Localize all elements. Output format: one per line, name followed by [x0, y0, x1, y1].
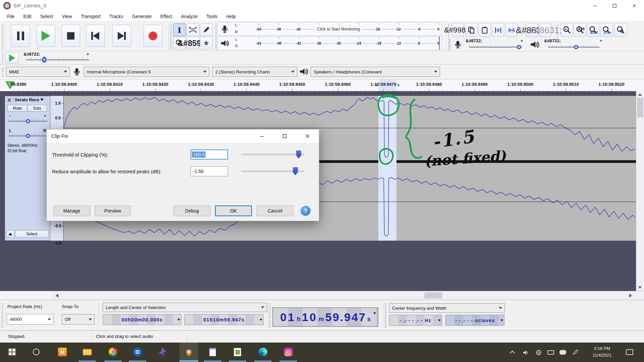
taskbar-app-notepad[interactable]	[208, 347, 217, 357]
dialog-minimize-button[interactable]	[255, 131, 269, 141]
taskbar-app-instagram[interactable]	[284, 347, 293, 357]
taskbar-app-explorer[interactable]	[83, 347, 92, 357]
menu-help[interactable]: Help	[222, 14, 240, 19]
dialog-close-button[interactable]	[301, 131, 314, 141]
reduce-slider-thumb[interactable]	[293, 167, 298, 175]
track-collapse-button[interactable]	[6, 230, 14, 238]
selection-end-field[interactable]: 01h10m59.947s	[184, 314, 264, 325]
tray-keyboard-icon[interactable]	[547, 350, 554, 355]
playback-volume-slider[interactable]	[548, 44, 600, 50]
audio-position-display[interactable]: 01h 10m 59.947s	[272, 307, 378, 327]
spectral-mode-dropdown[interactable]: Center frequency and Width	[389, 303, 505, 313]
timeshift-tool-button[interactable]: &#8596;	[186, 37, 199, 50]
envelope-tool-button[interactable]	[186, 23, 199, 36]
taskbar-clock[interactable]: 3:16 PM 11/4/2021	[584, 345, 621, 359]
close-button[interactable]	[624, 0, 644, 11]
menu-transport[interactable]: Transport	[76, 14, 105, 19]
scroll-up-icon[interactable]	[638, 93, 642, 96]
project-rate-dropdown[interactable]: 48000	[7, 314, 54, 324]
cancel-button[interactable]: Cancel	[257, 205, 293, 216]
preview-button[interactable]: Preview	[95, 205, 131, 216]
start-button[interactable]	[7, 347, 17, 357]
tray-network-icon[interactable]	[535, 349, 542, 357]
zoom-toggle-button[interactable]	[614, 23, 627, 37]
pan-thumb[interactable]	[26, 134, 30, 138]
multi-tool-button[interactable]: *	[200, 37, 213, 50]
vertical-scroll-thumb[interactable]	[637, 98, 643, 117]
spectral-width-field[interactable]: - - .- - -octaves	[445, 315, 504, 326]
manage-button[interactable]: Manage	[53, 205, 90, 216]
skip-to-end-button[interactable]	[112, 25, 131, 47]
pause-button[interactable]	[11, 25, 30, 47]
play-speed-thumb[interactable]	[42, 57, 46, 63]
menu-generate[interactable]: Generate	[128, 14, 156, 19]
field-dropdown-icon[interactable]	[373, 312, 376, 314]
selection-tool-button[interactable]: I	[173, 23, 186, 36]
field-dropdown-icon[interactable]	[438, 319, 441, 321]
spectral-frequency-field[interactable]: - ,- - - .- -Hz	[389, 315, 442, 326]
scroll-left-icon[interactable]	[56, 294, 58, 298]
threshold-slider[interactable]	[241, 150, 305, 159]
taskbar-app-libreoffice[interactable]	[233, 347, 242, 357]
playback-volume-thumb[interactable]	[574, 45, 578, 49]
horizontal-scroll-thumb[interactable]	[425, 293, 442, 298]
tray-volume-icon[interactable]	[523, 349, 529, 357]
monitor-text[interactable]: Click to Start Monitoring	[315, 26, 362, 32]
menu-tools[interactable]: Tools	[202, 14, 222, 19]
zoom-out-button[interactable]: &#8722;	[574, 23, 586, 37]
reduce-amplitude-input[interactable]: -1.50	[191, 166, 228, 176]
taskbar-app-edge[interactable]	[258, 347, 268, 357]
timeline-ruler[interactable]: 59.9390 1:10:59.9400 1:10:59.9410 1:10:5…	[0, 79, 644, 92]
selection-handle-right-icon[interactable]	[397, 83, 400, 87]
tray-gamepad-icon[interactable]	[559, 350, 566, 355]
selection-mode-dropdown[interactable]: Length and Center of Selection	[103, 303, 267, 312]
taskbar-app-bird[interactable]	[158, 347, 167, 357]
cut-button[interactable]: &#9986;	[452, 23, 464, 37]
play-speed-slider[interactable]	[26, 56, 89, 62]
fit-project-button[interactable]: &#9645;	[600, 23, 613, 37]
dialog-title-bar[interactable]: Clip Fix	[47, 129, 319, 143]
track-title-menu[interactable]: Serato Reco	[13, 97, 49, 103]
record-button[interactable]	[144, 25, 162, 47]
horizontal-scrollbar[interactable]	[0, 291, 644, 300]
menu-tracks[interactable]: Tracks	[105, 14, 127, 19]
track-close-button[interactable]	[6, 97, 12, 103]
menu-view[interactable]: View	[58, 14, 76, 19]
recording-volume-slider[interactable]	[469, 44, 522, 50]
taskbar-app-audacity-active[interactable]	[179, 343, 198, 362]
taskbar-app-chrome[interactable]	[108, 347, 118, 357]
zoom-in-button[interactable]: +	[561, 23, 573, 37]
threshold-input[interactable]: 100.0	[191, 149, 228, 160]
menu-select[interactable]: Select	[36, 14, 58, 19]
scroll-down-icon[interactable]	[638, 286, 642, 289]
dialog-maximize-button[interactable]	[278, 131, 291, 141]
gain-slider[interactable]	[8, 118, 47, 124]
mute-button[interactable]: Mute	[7, 105, 27, 112]
paste-button[interactable]	[479, 23, 491, 37]
track-select-button[interactable]: Select	[15, 230, 49, 238]
trim-audio-button[interactable]	[492, 23, 504, 37]
recording-volume-thumb[interactable]	[517, 45, 521, 49]
vertical-scrollbar[interactable]	[636, 91, 644, 291]
copy-button[interactable]	[465, 23, 477, 37]
audio-host-dropdown[interactable]: MME	[6, 67, 70, 77]
field-dropdown-icon[interactable]	[177, 319, 180, 321]
ok-button[interactable]: OK	[215, 205, 252, 216]
debug-button[interactable]: Debug	[173, 205, 211, 216]
stop-button[interactable]	[61, 25, 80, 47]
tray-show-hidden-icon[interactable]	[510, 351, 515, 356]
tray-pen-icon[interactable]	[572, 349, 578, 357]
fit-selection-button[interactable]: &#8596;	[587, 23, 599, 37]
play-at-speed-button[interactable]	[5, 52, 19, 64]
taskbar-app-spek[interactable]	[133, 347, 142, 357]
menu-effect[interactable]: Effect	[156, 14, 177, 19]
gain-thumb[interactable]	[26, 119, 30, 123]
field-dropdown-icon[interactable]	[500, 319, 503, 321]
redo-button[interactable]: &#8631;	[539, 23, 551, 37]
pan-slider[interactable]	[8, 133, 47, 138]
recording-meter[interactable]: L R -54 -48 -42 Click to Start Monitorin…	[217, 22, 441, 36]
field-dropdown-icon[interactable]	[260, 319, 262, 321]
menu-analyze[interactable]: Analyze	[177, 14, 202, 19]
recording-device-dropdown[interactable]: Internal Microphone (Conexant S	[84, 67, 209, 77]
menu-edit[interactable]: Edit	[19, 14, 36, 19]
